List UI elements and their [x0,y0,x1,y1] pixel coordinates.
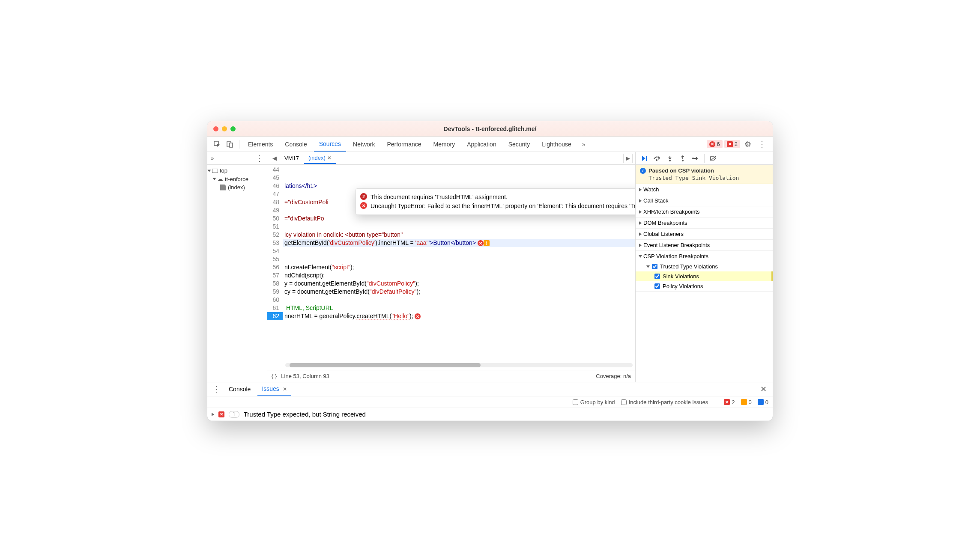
issue-row[interactable]: ✕ 1 Trusted Type expected, but String re… [207,408,773,421]
step-into-button[interactable] [664,153,676,164]
checkbox-sink[interactable] [654,274,660,279]
editor-tabs: ◀ VM17 (index)✕ ▶ [267,152,635,165]
step-over-button[interactable] [651,153,663,164]
section-event-listener-breakpoints[interactable]: Event Listener Breakpoints [636,240,773,250]
group-by-kind[interactable]: Group by kind [573,399,615,405]
chevron-down-icon [639,255,642,258]
editor-statusbar: { }Line 53, Column 93 Coverage: n/a [267,370,635,382]
section-global-listeners[interactable]: Global Listeners [636,229,773,239]
editor-pane: ◀ VM17 (index)✕ ▶ 4445464748495051525354… [267,152,636,382]
issue-icon: ✕ [727,141,733,147]
tree-file-index[interactable]: (index) [207,183,267,191]
expand-icon [213,178,216,180]
line-gutter: 44454647484950515253545556575859606162 [267,165,283,370]
cursor-position: Line 53, Column 93 [281,373,329,379]
tree-domain[interactable]: ☁tt-enforce [207,175,267,183]
step-button[interactable] [690,153,702,164]
warning-icon [741,399,747,405]
error-count-badge[interactable]: ✕6 [707,140,723,148]
settings-icon[interactable]: ⚙ [742,140,754,149]
tab-console[interactable]: Console [280,137,312,151]
editor-nav-icon[interactable]: ◀ [270,154,279,163]
device-toolbar-icon[interactable] [224,139,236,150]
close-icon[interactable]: ✕ [327,155,332,161]
more-tabs-icon[interactable]: » [578,139,589,150]
csp-sink-violations[interactable]: Sink Violations [636,271,773,281]
chevron-right-icon [639,188,642,191]
issues-count-badge[interactable]: ✕2 [724,140,740,148]
error-icon[interactable]: ✕ [478,240,484,246]
tab-performance[interactable]: Performance [382,137,426,151]
debug-toolbar [636,152,773,165]
error-icon[interactable]: ✕ [415,313,421,319]
titlebar: DevTools - tt-enforced.glitch.me/ [207,121,773,137]
section-dom-breakpoints[interactable]: DOM Breakpoints [636,217,773,228]
svg-point-6 [682,160,684,161]
count-badge-icon: 2 [360,193,367,200]
chevron-right-icon [639,210,642,214]
csp-trusted-type-violations[interactable]: Trusted Type Violations [636,262,773,271]
svg-point-5 [669,160,671,161]
navigator-menu-icon[interactable]: ⋮ [256,154,263,163]
info-icon: i [640,168,646,174]
tab-memory[interactable]: Memory [428,137,460,151]
menu-icon[interactable]: ⋮ [756,140,768,149]
chevron-right-icon [639,199,642,203]
issues-info-count[interactable]: 0 [758,399,768,405]
expand-icon [208,170,211,172]
issues-list: ✕ 1 Trusted Type expected, but String re… [207,408,773,421]
tab-network[interactable]: Network [348,137,380,151]
drawer-menu-icon[interactable]: ⋮ [211,384,222,394]
cloud-icon: ☁ [217,176,223,182]
issues-error-count[interactable]: ✕2 [724,399,735,405]
tree-top-frame[interactable]: top [207,167,267,175]
include-third-party[interactable]: Include third-party cookie issues [621,399,708,405]
file-tree: top ☁tt-enforce (index) [207,165,267,193]
checkbox-trusted-type[interactable] [652,264,657,269]
drawer-tab-console[interactable]: Console [224,383,255,395]
inspect-element-icon[interactable] [212,139,223,150]
resume-button[interactable] [638,153,650,164]
info-icon [758,399,764,405]
deactivate-breakpoints-button[interactable] [707,153,719,164]
run-snippet-icon[interactable]: ▶ [623,154,633,163]
navigator-toolbar: » ⋮ [207,152,267,165]
section-callstack[interactable]: Call Stack [636,195,773,206]
frame-icon [212,169,218,173]
error-icon: ✕ [360,202,367,209]
navigator-overflow-icon[interactable]: » [211,155,214,161]
drawer-tabs: ⋮ Console Issues ✕ ✕ [207,382,773,396]
pretty-print-icon[interactable]: { } [272,373,277,379]
section-xhr-breakpoints[interactable]: XHR/fetch Breakpoints [636,206,773,217]
main-area: » ⋮ top ☁tt-enforce (index) ◀ VM17 (inde… [207,152,773,382]
tab-security[interactable]: Security [503,137,535,151]
issue-title: Trusted Type expected, but String receiv… [244,411,366,418]
drawer-tab-issues[interactable]: Issues ✕ [257,383,291,396]
editor-body[interactable]: 44454647484950515253545556575859606162 l… [267,165,635,370]
tab-sources[interactable]: Sources [314,137,346,152]
divider [239,140,239,149]
svg-rect-2 [230,143,233,147]
tab-elements[interactable]: Elements [243,137,278,151]
devtools-window: DevTools - tt-enforced.glitch.me/ Elemen… [207,121,773,421]
horizontal-scrollbar[interactable] [285,363,633,367]
issues-toolbar: Group by kind Include third-party cookie… [207,396,773,408]
tab-lighthouse[interactable]: Lighthouse [537,137,577,151]
issues-warn-count[interactable]: 0 [741,399,752,405]
highlighted-line[interactable]: getElementById('divCustomPolicy').innerH… [283,239,635,247]
drawer-close-icon[interactable]: ✕ [758,384,769,394]
code-area[interactable]: lations</h1> ="divCustomPoli ="divDefaul… [283,165,635,370]
close-icon[interactable]: ✕ [283,386,287,392]
section-watch[interactable]: Watch [636,184,773,195]
tab-application[interactable]: Application [462,137,502,151]
section-csp-breakpoints[interactable]: CSP Violation Breakpoints [636,251,773,262]
editor-tab-index[interactable]: (index)✕ [304,152,336,164]
chevron-right-icon [212,413,214,416]
warning-icon[interactable]: ! [484,240,490,246]
checkbox-policy[interactable] [654,283,660,289]
csp-policy-violations[interactable]: Policy Violations [636,281,773,291]
chevron-right-icon [639,221,642,225]
editor-tab-vm17[interactable]: VM17 [280,153,303,164]
scrollbar-thumb[interactable] [290,363,481,367]
step-out-button[interactable] [677,153,689,164]
